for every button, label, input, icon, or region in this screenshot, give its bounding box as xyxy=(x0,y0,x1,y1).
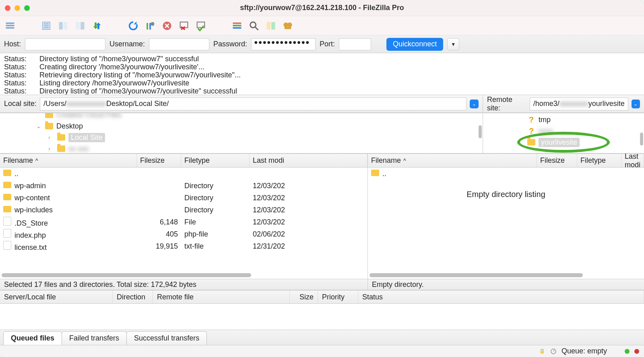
remote-file-header: Filename ^ Filesize Filetype Last modi xyxy=(368,154,644,168)
col-filesize[interactable]: Filesize xyxy=(137,154,181,167)
tree-item-desktop[interactable]: Desktop xyxy=(56,122,83,131)
tab-successful-transfers[interactable]: Successful transfers xyxy=(126,331,207,345)
lock-icon[interactable] xyxy=(539,348,545,355)
cancel-icon[interactable] xyxy=(160,19,174,33)
tab-queued-files[interactable]: Queued files xyxy=(3,331,62,345)
minimize-icon[interactable] xyxy=(14,5,20,11)
local-status: Selected 17 files and 3 directories. Tot… xyxy=(0,279,367,290)
tree-item-local-site[interactable]: Local Site xyxy=(68,133,105,142)
activity-led-send xyxy=(634,349,639,354)
folder-icon xyxy=(45,113,53,118)
file-listings-row: Filename ^ Filesize Filetype Last modi .… xyxy=(0,154,644,290)
local-file-header: Filename ^ Filesize Filetype Last modi xyxy=(0,154,367,168)
toggle-queue-icon[interactable] xyxy=(90,19,104,33)
sort-asc-icon: ^ xyxy=(403,158,406,164)
svg-rect-0 xyxy=(6,22,14,24)
file-row[interactable]: license.txt19,915txt-file12/31/202 xyxy=(0,240,367,252)
quickconnect-button[interactable]: Quickconnect xyxy=(386,38,443,51)
log-line: Status:Directory listing of "/home3/your… xyxy=(4,55,640,63)
file-row[interactable]: .. xyxy=(0,168,367,180)
remote-path-dropdown-icon[interactable]: ⌄ xyxy=(632,100,640,108)
col-status[interactable]: Status xyxy=(358,291,644,303)
reconnect-icon[interactable] xyxy=(194,19,208,33)
password-label: Password: xyxy=(213,40,247,48)
username-input[interactable] xyxy=(149,38,209,50)
file-row[interactable]: wp-contentDirectory12/03/202 xyxy=(0,192,367,204)
file-row[interactable]: .. xyxy=(368,168,644,180)
username-label: Username: xyxy=(109,40,145,48)
local-path-bar: Local site: /Users/xxxxxxxxxxxDesktop/Lo… xyxy=(0,95,483,113)
maximize-icon[interactable] xyxy=(24,5,30,11)
local-directory-tree[interactable]: Creative Cloud Files ⌄Desktop ›Local Sit… xyxy=(0,113,483,154)
disconnect-icon[interactable] xyxy=(177,19,191,33)
svg-rect-24 xyxy=(267,22,270,29)
transfer-queue-body[interactable] xyxy=(0,304,644,330)
log-line: Status:Retrieving directory listing of "… xyxy=(4,71,640,79)
scrollbar[interactable] xyxy=(369,273,583,277)
col-lastmod[interactable]: Last modi xyxy=(250,154,367,167)
col-remotefile[interactable]: Remote file xyxy=(153,291,290,303)
remote-path-bar: Remote site: /home3/xxxxxxxxyourlivesite… xyxy=(483,95,644,113)
file-row[interactable]: index.php405php-file02/06/202 xyxy=(0,228,367,240)
filezilla-window: sftp://yourwow7@162.241.218.100 - FileZi… xyxy=(0,0,644,357)
toggle-remote-tree-icon[interactable] xyxy=(73,19,87,33)
col-filesize[interactable]: Filesize xyxy=(537,154,577,167)
col-filename[interactable]: Filename ^ xyxy=(368,154,537,167)
status-bar: Queue: empty xyxy=(0,345,644,357)
unknown-folder-icon: ? xyxy=(527,127,535,135)
file-row[interactable]: wp-adminDirectory12/03/202 xyxy=(0,180,367,192)
local-file-list[interactable]: ..wp-adminDirectory12/03/202wp-contentDi… xyxy=(0,168,367,279)
window-controls xyxy=(5,5,30,11)
remote-file-list[interactable]: ..Empty directory listing xyxy=(368,168,644,279)
main-toolbar xyxy=(0,16,644,35)
file-row[interactable]: wp-includesDirectory12/03/202 xyxy=(0,204,367,216)
file-icon xyxy=(3,241,11,250)
process-queue-icon[interactable] xyxy=(143,19,157,33)
chevron-right-icon[interactable]: › xyxy=(48,134,54,141)
quickconnect-history-dropdown[interactable]: ▼ xyxy=(447,38,459,50)
toggle-log-icon[interactable] xyxy=(39,19,53,33)
host-input[interactable] xyxy=(25,38,105,50)
site-manager-icon[interactable] xyxy=(3,19,17,33)
col-serverlocal[interactable]: Server/Local file xyxy=(0,291,113,303)
tree-item-tmp[interactable]: tmp xyxy=(539,116,551,124)
tab-failed-transfers[interactable]: Failed transfers xyxy=(62,331,127,345)
col-direction[interactable]: Direction xyxy=(113,291,153,303)
activity-led-recv xyxy=(625,349,630,354)
folder-icon xyxy=(371,170,379,176)
toggle-local-tree-icon[interactable] xyxy=(56,19,70,33)
chevron-right-icon[interactable]: › xyxy=(48,145,54,152)
local-path-input[interactable]: /Users/xxxxxxxxxxxDesktop/Local Site/ xyxy=(40,98,466,110)
search-icon[interactable] xyxy=(247,19,261,33)
message-log[interactable]: Status:Directory listing of "/home3/your… xyxy=(0,53,644,95)
speed-limit-icon[interactable] xyxy=(550,348,557,355)
password-input[interactable]: ●●●●●●●●●●●●● xyxy=(251,38,316,50)
file-row[interactable]: .DS_Store6,148File12/03/202 xyxy=(0,216,367,228)
sync-browse-icon[interactable] xyxy=(281,19,295,33)
tree-item-yourlivesite[interactable]: yourlivesite xyxy=(539,138,580,147)
local-path-dropdown-icon[interactable]: ⌄ xyxy=(470,100,479,108)
filter-icon[interactable] xyxy=(230,19,244,33)
svg-rect-28 xyxy=(285,27,291,29)
local-site-label: Local site: xyxy=(4,100,37,108)
col-filename[interactable]: Filename ^ xyxy=(0,154,137,167)
col-filetype[interactable]: Filetype xyxy=(577,154,621,167)
col-priority[interactable]: Priority xyxy=(318,291,358,303)
col-size[interactable]: Size xyxy=(290,291,318,303)
compare-icon[interactable] xyxy=(264,19,278,33)
svg-rect-7 xyxy=(59,22,63,29)
remote-directory-tree[interactable]: ?tmp ?xxxx yourlivesite xyxy=(483,113,644,154)
svg-rect-9 xyxy=(76,22,80,29)
scrollbar[interactable] xyxy=(479,125,482,138)
close-icon[interactable] xyxy=(5,5,10,11)
port-input[interactable] xyxy=(339,38,371,50)
scrollbar[interactable] xyxy=(640,133,643,145)
chevron-down-icon[interactable]: ⌄ xyxy=(36,123,42,129)
col-lastmod[interactable]: Last modi xyxy=(621,154,644,167)
window-title: sftp://yourwow7@162.241.218.100 - FileZi… xyxy=(240,4,404,12)
queue-tabs: Queued files Failed transfers Successful… xyxy=(0,330,644,345)
col-filetype[interactable]: Filetype xyxy=(181,154,250,167)
scrollbar[interactable] xyxy=(2,273,251,277)
refresh-icon[interactable] xyxy=(126,19,140,33)
remote-path-input[interactable]: /home3/xxxxxxxxyourlivesite xyxy=(530,98,628,110)
